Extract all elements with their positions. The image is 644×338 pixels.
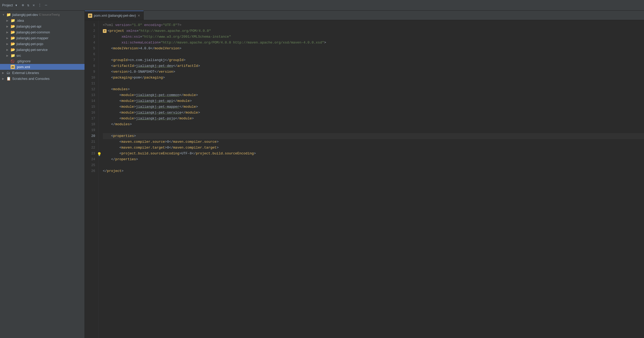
extlibs-icon: 🗂 [6,71,11,75]
line-num-21: 21 [85,139,98,145]
gitignore-label: .gitignore [16,59,30,63]
line-num-15: 15 [85,104,98,110]
line-num-6: 6 [85,51,98,57]
tab-pomxml[interactable]: m pom.xml (jialiangkj-pet-dev) ✕ [85,11,144,20]
code-line-12: <modules> [103,86,644,92]
code-editor[interactable]: <?xml version="1.0" encoding="UTF-8"?> m… [99,20,644,338]
root-path: E:\sourceTree\g [39,13,60,16]
sidebar-item-common[interactable]: ▶ 📂 jialiangkj-pet-common [0,29,85,35]
code-line-21: <maven.compiler.source>8</maven.compiler… [103,139,644,145]
line-num-2: 2 [85,28,98,34]
code-line-9: <version>1.0-SNAPSHOT</version> [103,69,644,75]
code-line-25 [103,162,644,168]
code-line-24: </properties> [103,157,644,162]
project-panel-title: Project [2,3,13,7]
scratches-icon: 📋 [6,76,11,81]
sidebar-item-pomxml[interactable]: ▶ m pom.xml [0,64,85,70]
common-label: jialiangkj-pet-common [16,30,50,34]
pojo-folder-icon: 📂 [11,42,15,46]
line-num-10: 10 [85,75,98,81]
title-bar: Project ▾ ⊕ ⇅ ✕ ⋮ ─ [0,0,644,11]
src-arrow-icon: ▶ [6,54,11,57]
sidebar-item-idea[interactable]: ▶ 📁 .idea [0,18,85,23]
sidebar-item-scratches[interactable]: ▶ 📋 Scratches and Consoles [0,76,85,81]
line-num-18: 18 [85,122,98,127]
line-num-22: 22 [85,145,98,151]
api-folder-icon: 📂 [11,24,15,28]
navigate-icon[interactable]: ⇅ [27,3,29,7]
code-line-7: <groupId>cn.com.jialiangkj</groupId> [103,57,644,63]
line-num-20: 20 [85,133,98,139]
code-line-19 [103,127,644,133]
main-layout: ▼ 📁 jialiangkj-pet-dev E:\sourceTree\g ▶… [0,11,644,338]
line-num-5: 5 [85,46,98,51]
sidebar-item-src[interactable]: ▶ 📁 src [0,53,85,58]
line-num-19: 19 [85,127,98,133]
line-num-23: 23 [85,151,98,157]
sidebar-item-pojo[interactable]: ▶ 📂 jialiangkj-pet-pojo [0,41,85,47]
line-num-13: 13 [85,92,98,98]
more-options-icon[interactable]: ⋮ [38,3,42,7]
line-num-9: 9 [85,69,98,75]
src-label: src [16,54,21,58]
code-line-2: m<project xmlns="http://maven.apache.org… [103,28,644,34]
close-panel-button[interactable]: ✕ [33,3,35,7]
sidebar-item-api[interactable]: ▶ 📂 jialiangkj-pet-api [0,23,85,29]
mapper-arrow-icon: ▶ [6,37,11,40]
code-line-13: <module>jialiangkj-pet-common</module> [103,92,644,98]
line-num-3: 3 [85,34,98,40]
code-line-17: <module>jialiangkj-pet-pojo</module> [103,116,644,122]
mapper-folder-icon: 📂 [11,36,15,40]
tree-root-item[interactable]: ▼ 📁 jialiangkj-pet-dev E:\sourceTree\g [0,12,85,18]
sidebar-item-extlibs[interactable]: ▶ 🗂 External Libraries [0,70,85,76]
tab-label: pom.xml (jialiangkj-pet-dev) [94,14,136,18]
code-line-1: <?xml version="1.0" encoding="UTF-8"?> [103,22,644,28]
code-line-26: </project> [103,168,644,174]
sidebar: ▼ 📁 jialiangkj-pet-dev E:\sourceTree\g ▶… [0,11,85,338]
scratches-label: Scratches and Consoles [12,77,50,81]
code-line-4: xsi:schemaLocation="http://maven.apache.… [103,40,644,46]
code-line-20: <properties> [103,133,644,139]
pom-file-icon: m [11,65,15,69]
scratches-arrow-icon: ▶ [2,77,6,80]
code-line-5: <modelVersion>4.0.0</modelVersion> [103,46,644,51]
sidebar-item-service[interactable]: ▶ 📂 jialiangkj-pet-service [0,47,85,53]
extlibs-arrow-icon: ▶ [2,71,6,74]
idea-arrow-icon: ▶ [6,19,11,22]
code-line-15: <module>jialiangkj-pet-mapper</module> [103,104,644,110]
tab-bar: m pom.xml (jialiangkj-pet-dev) ✕ [85,11,644,20]
title-bar-controls: ⊕ ⇅ ✕ ⋮ ─ [22,3,47,7]
root-arrow-icon: ▼ [2,13,6,16]
idea-folder-icon: 📁 [11,18,15,23]
line-num-25: 25 [85,162,98,168]
line-num-24: 24 [85,157,98,162]
line-num-26: 26 [85,168,98,174]
common-folder-icon: 📂 [11,30,15,34]
root-folder-icon: 📁 [6,12,11,17]
bulb-gutter-icon[interactable]: 💡 [97,151,102,157]
code-line-10: <packaging>pom</packaging> [103,75,644,81]
api-label: jialiangkj-pet-api [16,24,41,28]
line-num-8: 8 [85,63,98,69]
api-arrow-icon: ▶ [6,25,11,28]
code-line-1-content: <?xml [103,22,115,28]
line-numbers: 1 2 3 4 5 6 7 8 9 10 11 12 13 14 15 16 1… [85,20,99,338]
line-num-7: 7 [85,57,98,63]
panel-chevron-icon[interactable]: ▾ [15,3,17,8]
sidebar-item-mapper[interactable]: ▶ 📂 jialiangkj-pet-mapper [0,35,85,41]
mapper-label: jialiangkj-pet-mapper [16,36,48,40]
code-line-22: <maven.compiler.target>8</maven.compiler… [103,145,644,151]
maven-indicator-icon: m [103,29,107,33]
minimize-icon[interactable]: ─ [45,3,47,7]
line-num-4: 4 [85,40,98,46]
tab-close-button[interactable]: ✕ [138,14,140,18]
editor-content[interactable]: 1 2 3 4 5 6 7 8 9 10 11 12 13 14 15 16 1… [85,20,644,338]
common-arrow-icon: ▶ [6,31,11,34]
line-num-1: 1 [85,22,98,28]
add-button[interactable]: ⊕ [22,3,24,7]
service-folder-icon: 📂 [11,47,15,52]
title-bar-left: Project ▾ ⊕ ⇅ ✕ ⋮ ─ [2,3,87,8]
sidebar-item-gitignore[interactable]: ▶ 🚫 .gitignore [0,58,85,64]
code-line-14: <module>jialiangkj-pet-api</module> [103,98,644,104]
code-line-11 [103,81,644,86]
